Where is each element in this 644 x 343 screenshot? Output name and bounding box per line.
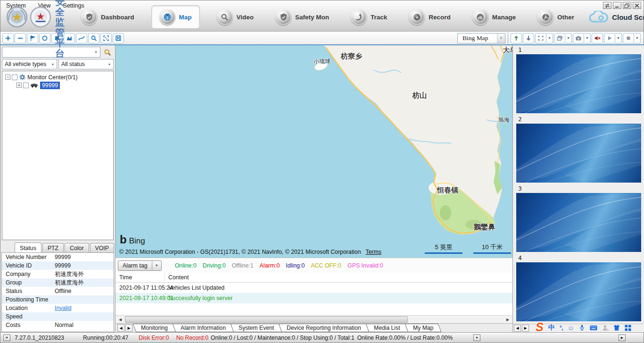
save-button[interactable]	[113, 33, 124, 43]
zoom-out-button[interactable]	[15, 33, 26, 43]
event-row[interactable]: 2021-09-17 10:49:01Successfully login se…	[116, 293, 512, 303]
statusbar-menu-button[interactable]: ▼	[3, 335, 10, 341]
scrollbar-thumb[interactable]	[125, 316, 408, 323]
chevron-down-icon[interactable]: ▼	[92, 47, 100, 57]
detail-row: Vehicle Number99999	[2, 253, 114, 261]
window-close-button[interactable]	[633, 2, 641, 9]
zoom-in-button[interactable]	[2, 33, 14, 43]
ime-microphone-icon[interactable]	[579, 324, 585, 332]
tree-node-label-selected[interactable]: 99999	[40, 82, 60, 89]
tiles-scroll-left[interactable]: ◀	[514, 325, 521, 332]
map-provider-select[interactable]: Bing Map ▼	[457, 33, 505, 43]
map-place-label: 鵝鑾鼻	[474, 223, 495, 232]
nav-item-track[interactable]: Track	[346, 7, 392, 27]
nav-item-dashboard[interactable]: Dashboard	[76, 7, 139, 27]
nav-item-manage[interactable]: Manage	[468, 7, 520, 27]
alarm-tag-button[interactable]: Alarm tag ▼	[118, 260, 162, 271]
windows-button[interactable]	[554, 33, 565, 43]
ime-keyboard-icon[interactable]	[590, 324, 597, 332]
ime-user-icon[interactable]	[602, 324, 609, 332]
video-tile-image[interactable]	[516, 262, 641, 321]
nav-item-record[interactable]: Record	[404, 7, 455, 27]
zoom-box-button[interactable]	[88, 33, 99, 43]
circle-button[interactable]	[39, 33, 50, 43]
detail-tab-status[interactable]: Status	[15, 243, 41, 252]
bottom-tab-device-reporting-information[interactable]: Device Reporting Information	[279, 324, 369, 332]
bottom-tab-alarm-information[interactable]: Alarm Information	[173, 324, 234, 332]
flag-button[interactable]	[27, 33, 38, 43]
bing-b-glyph: b	[120, 235, 127, 244]
video-tile-image[interactable]	[516, 54, 641, 113]
camera-dropdown[interactable]: ▼	[584, 33, 591, 43]
bottom-tab-system-event[interactable]: System Event	[231, 324, 282, 332]
stop-dropdown[interactable]: ▼	[634, 33, 641, 43]
search-input[interactable]	[2, 47, 92, 57]
window-switch-button[interactable]	[603, 2, 611, 9]
location-invalid-link[interactable]: Invalid	[55, 305, 72, 311]
windows-dropdown[interactable]: ▼	[565, 33, 572, 43]
play-button[interactable]	[604, 33, 615, 43]
detail-tab-color[interactable]: Color	[65, 243, 89, 252]
sogou-logo-icon[interactable]: S	[536, 322, 544, 332]
screen-button[interactable]	[535, 33, 546, 43]
nav-item-map[interactable]: Map	[151, 5, 200, 29]
nav-item-safety-mon[interactable]: Safety Mon	[271, 7, 334, 27]
ime-chinese-mode-icon[interactable]: 中	[548, 324, 555, 332]
detail-tab-ptz[interactable]: PTZ	[42, 243, 64, 252]
collapse-expander[interactable]: −	[5, 75, 10, 80]
search-button[interactable]	[101, 47, 114, 58]
polyline-button[interactable]	[76, 33, 87, 43]
bottom-tab-monitoring[interactable]: Monitoring	[133, 324, 176, 332]
bottom-tab-label: Media List	[374, 325, 400, 331]
stop-button[interactable]	[623, 33, 634, 43]
arrow-up-button[interactable]	[511, 33, 522, 43]
status-filter[interactable]: All status ▼	[58, 59, 114, 69]
bottom-tab-media-list[interactable]: Media List	[366, 324, 408, 332]
tree-node-vehicle[interactable]: + 99999	[2, 81, 113, 89]
terms-link[interactable]: Terms	[365, 249, 381, 255]
detail-tab-voip[interactable]: VOIP	[90, 243, 114, 252]
tiles-scroll-right[interactable]: ▶	[522, 325, 529, 332]
expand-expander[interactable]: +	[17, 83, 22, 88]
screen-dropdown[interactable]: ▼	[546, 33, 553, 43]
statusbar-expand-button[interactable]: ▼	[473, 335, 480, 341]
monitor-center-checkbox[interactable]	[12, 75, 17, 80]
tree-node-monitor-center[interactable]: − Monitor Center(0/1)	[2, 73, 113, 81]
nav-item-video[interactable]: Video	[212, 7, 259, 27]
window-minimize-button[interactable]	[613, 2, 621, 9]
video-tile-image[interactable]	[516, 124, 641, 183]
video-tile-image[interactable]	[516, 193, 641, 252]
ime-toolbox-icon[interactable]	[625, 324, 631, 332]
scroll-left-arrow[interactable]: ◀	[116, 316, 124, 323]
tab-scroll-left[interactable]: ◀	[117, 324, 124, 332]
scale-bar	[425, 252, 462, 254]
statusbar-next-button[interactable]: ▶	[619, 335, 626, 341]
camera-button[interactable]	[573, 33, 584, 43]
fullscreen-button[interactable]	[100, 33, 112, 43]
video-tile-3[interactable]: 3	[516, 185, 641, 252]
ime-emoji-icon[interactable]: ☺	[568, 324, 574, 332]
map-place-label: 恒春镇	[437, 186, 458, 195]
speaker-muted-button[interactable]	[592, 33, 603, 43]
vehicle-type-filter[interactable]: All vehicle types ▼	[2, 59, 57, 69]
tab-scroll-right[interactable]: ▶	[125, 324, 132, 332]
event-row[interactable]: 2021-09-17 11:05:24Vehicles List Updated	[116, 283, 512, 293]
horizontal-scrollbar[interactable]: ◀ ▶	[116, 315, 512, 323]
play-dropdown[interactable]: ▼	[615, 33, 622, 43]
polygon-button[interactable]	[64, 33, 75, 43]
nav-item-other[interactable]: Other	[533, 7, 579, 27]
tree-node-label[interactable]: Monitor Center(0/1)	[27, 74, 78, 81]
video-tile-2[interactable]: 2	[516, 116, 641, 183]
scroll-right-arrow[interactable]: ▶	[504, 316, 512, 323]
ime-punctuation-icon[interactable]: °,	[560, 324, 563, 332]
chevron-down-icon[interactable]: ▼	[152, 261, 161, 270]
arrow-down-button[interactable]	[523, 33, 534, 43]
video-tile-1[interactable]: 1	[516, 46, 641, 113]
bottom-tab-my-map[interactable]: My Map	[405, 324, 441, 332]
cloud-screen-brand[interactable]: Cloud Screen	[588, 11, 644, 24]
video-tile-4[interactable]: 4	[516, 254, 641, 321]
map-canvas[interactable]: 小琉球枋寮乡枋山大乌旭海恒春镇鵝鑾鼻 b Bing © 2021 Microso…	[116, 45, 512, 258]
vehicle-checkbox[interactable]	[23, 83, 29, 88]
window-restore-button[interactable]	[623, 2, 631, 9]
ime-skin-icon[interactable]	[613, 324, 620, 332]
